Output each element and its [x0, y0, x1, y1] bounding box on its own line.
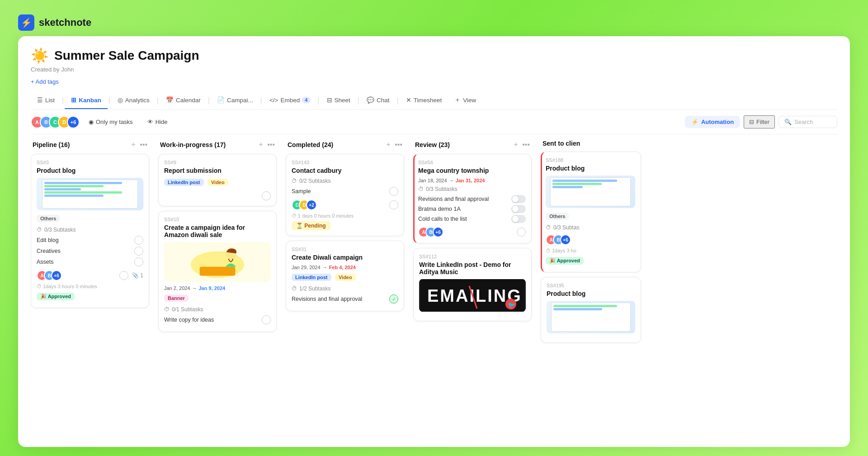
top-bar: ⚡ sketchnote — [9, 9, 859, 36]
avatar-count: +6 — [433, 227, 443, 238]
card-ss3: SS#3 Product blog Others ⏱ 0/3 — [31, 154, 149, 308]
card-title-ss56: Mega country township — [418, 167, 526, 174]
hide-button[interactable]: 👁 Hide — [142, 116, 173, 128]
task-circle-creatives[interactable] — [134, 247, 143, 256]
status-approved-ss188: 🎉 Approved — [546, 257, 584, 265]
subtasks-row: ⏱ 0/3 Subtasks — [37, 227, 143, 233]
column-wip: Work-in-progress (17) ＋ ••• SS#9 Report … — [158, 134, 280, 353]
tab-analytics[interactable]: ◎ Analytics — [111, 92, 156, 109]
automation-button[interactable]: ⚡ Automation — [685, 116, 740, 128]
task-circle-edit-blog[interactable] — [134, 236, 143, 245]
status-approved: 🎉 Approved — [37, 293, 75, 300]
col-title-review: Review (23) — [415, 141, 450, 148]
tag-banner: Banner — [164, 294, 189, 302]
col-header-completed: Completed (24) ＋ ••• — [286, 140, 404, 149]
card-ss10: SS#10 Create a campaign idea for Amazon … — [158, 211, 277, 332]
col-title-completed: Completed (24) — [288, 141, 333, 148]
add-tags-button[interactable]: + Add tags — [31, 78, 59, 85]
avatar-count: +6 — [560, 234, 571, 245]
card-ss195: SS#195 Product blog — [541, 277, 641, 343]
tab-kanban[interactable]: ⊞ Kanban — [65, 92, 108, 109]
timesheet-icon: ✕ — [406, 96, 411, 104]
task-row-write-copy: Write copy for ideas — [164, 315, 271, 324]
tag-others: Others — [37, 215, 60, 222]
project-emoji: ☀️ — [31, 47, 49, 64]
task-circle-revisions-completed[interactable]: ✓ — [389, 294, 398, 304]
kanban-icon: ⊞ — [71, 96, 76, 104]
only-my-tasks-button[interactable]: ◉ Only my tasks — [83, 116, 138, 128]
toggle-cold-calls[interactable] — [511, 215, 526, 223]
card-time-ss3: ⏱ 1days 3 hours 0 minutes — [37, 284, 143, 289]
card-avatars-ss188: A B +6 — [546, 234, 571, 245]
add-completed-button[interactable]: ＋ — [385, 140, 392, 149]
assign-btn-ss56[interactable] — [517, 228, 526, 237]
card-footer-ss188: A B +6 — [546, 234, 635, 245]
tab-embed[interactable]: </> Embed 4 — [263, 92, 316, 109]
col-header-review: Review (23) ＋ ••• — [413, 140, 532, 149]
task-row-sample: Sample — [292, 187, 398, 196]
tag-linkedin: LinkedIn post — [164, 179, 204, 186]
add-pipeline-button[interactable]: ＋ — [130, 140, 137, 149]
main-container: ☀️ Summer Sale Campaign Created by John … — [18, 36, 850, 447]
avatars-row: A B C D +6 — [31, 116, 80, 128]
date-range-ss56: Jan 18, 2024 → Jan 31, 2024 — [418, 178, 526, 183]
tag-video-ss31: Video — [335, 274, 356, 281]
task-row-revisions-ss56: Revisions and final approval — [418, 195, 526, 203]
card-id-ss31: SS#31 — [292, 247, 398, 252]
status-pending: ⏳ Pending — [292, 221, 330, 230]
card-image-ss195 — [547, 301, 635, 333]
more-review-button[interactable]: ••• — [522, 141, 530, 149]
search-icon: 🔍 — [784, 119, 792, 125]
project-creator: Created by John — [31, 66, 837, 73]
tab-view[interactable]: ＋ View — [448, 91, 482, 109]
tab-calendar[interactable]: 📅 Calendar — [160, 92, 207, 109]
more-wip-button[interactable]: ••• — [267, 141, 275, 149]
card-id-ss9: SS#9 — [164, 160, 271, 165]
add-wip-button[interactable]: ＋ — [257, 140, 264, 149]
sheet-icon: ⊟ — [327, 96, 332, 104]
embed-icon: </> — [269, 97, 278, 104]
filter-icon: ⊟ — [749, 119, 754, 125]
assign-btn-ss143[interactable] — [389, 200, 398, 209]
more-pipeline-button[interactable]: ••• — [140, 141, 147, 149]
col-actions-wip: ＋ ••• — [257, 140, 275, 149]
search-box[interactable]: 🔍 Search — [778, 116, 837, 128]
toggle-bratma[interactable] — [511, 205, 526, 213]
col-title-wip: Work-in-progress (17) — [160, 141, 226, 148]
assign-button[interactable] — [119, 271, 128, 280]
task-row-revisions: Revisions and final approval ✓ — [292, 294, 398, 304]
tabs-bar: ☰ List | ⊞ Kanban | ◎ Analytics | 📅 Cale… — [31, 91, 837, 110]
task-row-assets: Assets — [37, 257, 143, 266]
task-circle-write-copy[interactable] — [262, 315, 271, 324]
add-review-button[interactable]: ＋ — [512, 140, 519, 149]
tab-chat[interactable]: 💬 Chat — [360, 92, 396, 109]
attachment-count: 📎 1 — [132, 272, 143, 279]
tag-video: Video — [208, 179, 228, 186]
col-actions-review: ＋ ••• — [512, 140, 530, 149]
avatar-count: +2 — [306, 200, 317, 210]
toggle-revisions-ss56[interactable] — [511, 195, 526, 203]
card-ss112: SS#112 Write LinkedIn post - Demo for Ad… — [413, 248, 532, 321]
card-id-ss188: SS#188 — [546, 157, 635, 163]
card-footer-ss3: A B +6 📎 1 — [37, 270, 143, 281]
tab-list[interactable]: ☰ List — [31, 92, 61, 109]
project-header: ☀️ Summer Sale Campaign — [31, 47, 837, 64]
tab-sheet[interactable]: ⊟ Sheet — [321, 92, 357, 109]
task-circle-sample[interactable] — [389, 187, 398, 196]
automation-icon: ⚡ — [691, 119, 698, 125]
task-circle-assets[interactable] — [134, 257, 143, 266]
task-circle-ss9[interactable] — [262, 191, 271, 200]
col-actions-completed: ＋ ••• — [385, 140, 402, 149]
tab-campaign[interactable]: 📄 Campai... — [211, 92, 259, 109]
card-ss31: SS#31 Create Diwali campaign Jan 29, 202… — [286, 241, 404, 311]
subtasks-row-ss56: ⏱ 0/3 Subtasks — [418, 186, 526, 192]
more-completed-button[interactable]: ••• — [395, 141, 402, 149]
column-sent: Sent to clien SS#188 Product blog Others — [541, 134, 645, 353]
filter-button[interactable]: ⊟ Filter — [744, 115, 775, 128]
view-icon: ＋ — [454, 96, 461, 104]
date-range-ss10: Jan 2, 2024 → Jan 9, 2024 — [164, 285, 271, 291]
card-title-ss143: Contact cadbury — [292, 167, 398, 174]
card-id-ss112: SS#112 — [419, 254, 526, 259]
tab-timesheet[interactable]: ✕ Timesheet — [400, 92, 448, 109]
task-row-bratma: Bratma demo 1A — [418, 205, 526, 213]
